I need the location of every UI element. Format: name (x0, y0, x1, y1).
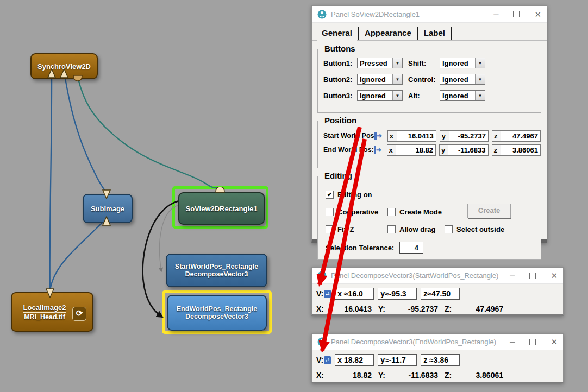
dropdown-arrow-icon[interactable]: ▼ (392, 74, 402, 84)
selection-tolerance-field[interactable]: 4 (399, 242, 423, 254)
v-label: V: (316, 356, 323, 364)
edge-localimage2-synchroview2d (50, 72, 52, 291)
node-startworldpos-decomposevector3[interactable]: StartWorldPos_Rectangle DecomposeVector3 (166, 254, 267, 287)
field-label: Alt: (408, 92, 440, 100)
close-icon[interactable]: ✕ (534, 11, 541, 18)
maximize-icon[interactable] (513, 11, 520, 17)
v-z-field[interactable]: z≈47.50 (421, 288, 460, 300)
dropdown-value: Ignored (358, 75, 392, 84)
field-value: 16.0413 (397, 132, 436, 140)
scene-connector-dome[interactable] (215, 187, 225, 193)
maximize-icon[interactable] (529, 339, 536, 345)
checkbox-label: Allow drag (399, 225, 435, 233)
v-x-field[interactable]: x 18.82 (335, 354, 374, 366)
tab-bar: General Appearance Label (312, 23, 547, 41)
sync-arrows-icon[interactable]: ⇄ (324, 356, 331, 364)
minimize-icon[interactable]: ─ (510, 338, 515, 345)
dropdown-arrow-icon[interactable]: ▼ (475, 74, 485, 84)
checkbox-box[interactable] (387, 225, 396, 233)
checkbox-label: Fix Z (337, 225, 354, 233)
dropdown-arrow-icon[interactable]: ▼ (392, 91, 402, 100)
titlebar[interactable]: Panel SoView2DRectangle1 ─ ✕ (312, 6, 547, 23)
tab-general[interactable]: General (317, 27, 357, 41)
checkbox-cooperative[interactable]: Cooperative (326, 208, 378, 216)
tab-appearance[interactable]: Appearance (360, 27, 416, 40)
node-label-line1: StartWorldPos_Rectangle (175, 263, 258, 270)
checkbox-box[interactable] (326, 208, 334, 216)
sync-arrows-icon[interactable]: ⇄ (324, 290, 331, 298)
shift-dropdown[interactable]: Ignored▼ (440, 58, 485, 68)
dropdown-arrow-icon[interactable]: ▼ (392, 58, 402, 68)
window-panel-decomposevector3-end: Panel DecomposeVector3(EndWorldPos_Recta… (311, 333, 564, 383)
start-y-field[interactable]: y-95.2737 (440, 130, 489, 142)
titlebar[interactable]: Panel DecomposeVector3(StartWorldPos_Rec… (312, 268, 563, 284)
control-dropdown[interactable]: Ignored▼ (440, 74, 485, 85)
v-z-field[interactable]: z ≈3.86 (421, 354, 460, 366)
tab-separator (451, 27, 452, 40)
start-x-field[interactable]: x16.0413 (387, 130, 436, 142)
field-label: Shift: (408, 59, 440, 67)
titlebar[interactable]: Panel DecomposeVector3(EndWorldPos_Recta… (312, 334, 563, 350)
output-connector-triangle[interactable] (102, 189, 111, 199)
axis-label: y (440, 145, 448, 155)
selection-tolerance-label: Selection Tolerance: (326, 244, 394, 252)
input-connector-triangle[interactable] (102, 216, 111, 226)
button3-dropdown[interactable]: Ignored▼ (357, 90, 403, 101)
field-connector-icon[interactable]: ➜ (374, 146, 384, 154)
field-connector-icon[interactable]: ➜ (374, 132, 384, 140)
node-sublabel: MRI_Head.tif (24, 313, 65, 321)
group-buttons: Buttons Button1: Pressed▼ Shift: Ignored… (317, 49, 541, 113)
checkbox-fix-z[interactable]: Fix Z (326, 225, 354, 233)
checkbox-label: Create Mode (399, 208, 442, 216)
checkbox-label: Editing on (337, 191, 372, 199)
maximize-icon[interactable] (529, 273, 536, 279)
v-y-field[interactable]: y≈-95.3 (378, 288, 417, 300)
input-connector-triangle[interactable] (60, 68, 68, 78)
node-label-line2: DecomposeVector3 (185, 313, 248, 320)
v-x-field[interactable]: x ≈16.0 (335, 288, 374, 300)
close-icon[interactable]: ✕ (551, 272, 558, 279)
checkbox-select-outside[interactable]: Select outside (445, 225, 504, 233)
dropdown-value: Ignored (440, 92, 475, 100)
end-x-field[interactable]: x18.82 (387, 144, 436, 156)
axis-label: x (387, 145, 396, 155)
end-z-field[interactable]: z3.86061 (492, 144, 541, 156)
checkbox-label: Select outside (456, 225, 504, 233)
checkbox-allow-drag[interactable]: Allow drag (387, 225, 435, 233)
axis-label: z (492, 145, 501, 155)
dropdown-value: Pressed (358, 59, 392, 67)
tab-label[interactable]: Label (419, 27, 450, 40)
y-output-label: Y: (378, 371, 389, 380)
close-icon[interactable]: ✕ (551, 338, 558, 345)
button1-dropdown[interactable]: Pressed▼ (357, 58, 403, 68)
end-y-field[interactable]: y-11.6833 (439, 144, 488, 156)
alt-dropdown[interactable]: Ignored▼ (440, 90, 485, 101)
checkbox-box[interactable]: ✔ (326, 191, 334, 199)
field-value: 3.86061 (501, 146, 540, 154)
button2-dropdown[interactable]: Ignored▼ (357, 74, 403, 85)
create-button[interactable]: Create (467, 204, 511, 218)
checkbox-box[interactable] (445, 225, 453, 233)
minimize-icon[interactable]: ─ (510, 272, 515, 279)
window-panel-soview2drectangle1: Panel SoView2DRectangle1 ─ ✕ General App… (311, 5, 547, 243)
field-value: 47.4967 (501, 132, 540, 140)
checkbox-editing-on[interactable]: ✔ Editing on (326, 191, 372, 199)
scene-connector-dome[interactable] (73, 75, 83, 82)
reload-icon[interactable]: ⟳ (72, 307, 86, 321)
dropdown-arrow-icon[interactable]: ▼ (475, 91, 485, 100)
node-endworldpos-decomposevector3[interactable]: EndWorldPos_Rectangle DecomposeVector3 (167, 295, 267, 331)
minimize-icon[interactable]: ─ (493, 11, 498, 18)
node-soview2drectangle1[interactable]: SoView2DRectangle1 (178, 192, 265, 225)
v-y-field[interactable]: y≈-11.7 (378, 354, 417, 366)
field-label: Control: (408, 75, 440, 84)
start-z-field[interactable]: z47.4967 (492, 130, 541, 142)
checkbox-box[interactable] (326, 225, 334, 233)
checkbox-box[interactable] (387, 208, 396, 216)
output-connector-triangle[interactable] (46, 288, 54, 298)
checkbox-create-mode[interactable]: Create Mode (387, 208, 442, 216)
dropdown-arrow-icon[interactable]: ▼ (475, 58, 485, 68)
field-label: Button2: (323, 75, 357, 84)
input-connector-triangle[interactable] (47, 68, 56, 78)
field-label: Button3: (323, 92, 357, 100)
mevislab-logo-icon (317, 271, 327, 280)
